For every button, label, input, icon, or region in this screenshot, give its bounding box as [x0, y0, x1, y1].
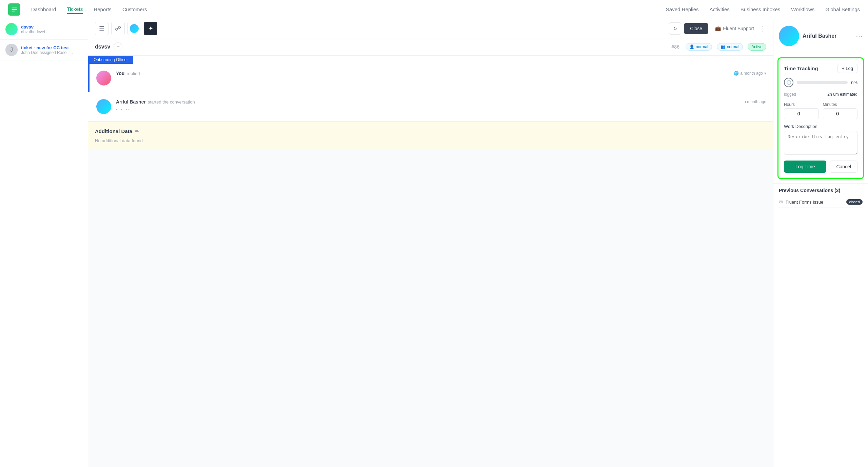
thread-section: Onboarding Officer You replied 🌐 a mo: [88, 56, 773, 121]
prev-conv-item[interactable]: ✉ Fluent Forms Issue closed: [779, 197, 863, 208]
chat-view-btn[interactable]: ☰: [95, 22, 108, 35]
sidebar-item-sub: dbvafbddcvef: [21, 30, 82, 34]
conv-content-ariful: Ariful Basher started the conversation a…: [116, 99, 766, 114]
avatar-you: [96, 71, 111, 86]
main-layout: dsvsv dbvafbddcvef J ticket - new for CC…: [0, 19, 868, 467]
sidebar-item-info-2: ticket - new for CC test John Doe assign…: [21, 45, 82, 55]
nav-tickets[interactable]: Tickets: [67, 5, 83, 14]
minutes-label: Minutes: [823, 102, 858, 107]
sidebar-item-info: dsvsv dbvafbddcvef: [21, 24, 82, 34]
sidebar-item-name-2: ticket - new for CC test: [21, 45, 82, 50]
profile-btn[interactable]: [127, 22, 141, 35]
mail-icon: ✉: [779, 199, 783, 205]
refresh-btn[interactable]: ↻: [669, 22, 681, 35]
nav-links: Dashboard Tickets Reports Customers: [31, 5, 655, 14]
prev-conv-badge: closed: [846, 199, 863, 205]
additional-empty-msg: No additional data found: [95, 138, 766, 143]
sidebar-avatar-ticket: J: [5, 44, 18, 56]
nav-reports[interactable]: Reports: [94, 5, 112, 14]
right-sidebar: Ariful Basher ⋯ Time Tracking + Log 🕐 0%…: [773, 19, 868, 467]
sidebar-item-sub-2: John Doe assigned Rasel i...: [21, 50, 82, 55]
log-time-btn[interactable]: Log Time: [784, 161, 826, 173]
minutes-group: Minutes: [823, 102, 858, 119]
work-desc-textarea[interactable]: [784, 131, 857, 155]
note-view-btn[interactable]: ☍: [111, 22, 125, 35]
sidebar-avatar-dsvsv: [5, 23, 18, 35]
hours-minutes-row: Hours Minutes: [784, 102, 857, 119]
conv-header-ariful: Ariful Basher started the conversation a…: [116, 99, 766, 105]
nav-activities[interactable]: Activities: [710, 6, 730, 12]
avatar-ariful: [96, 99, 111, 114]
left-sidebar: dsvsv dbvafbddcvef J ticket - new for CC…: [0, 19, 88, 467]
conv-author-you: You: [116, 71, 124, 76]
clock-icon: 🕐: [784, 78, 793, 87]
progress-row: 🕐 0%: [784, 78, 857, 87]
briefcase-icon: 💼: [715, 26, 721, 31]
nav-right: Saved Replies Activities Business Inboxe…: [666, 6, 860, 12]
ticket-title: dsvsv: [95, 44, 110, 50]
estimated-label: 2h 0m estimated: [827, 92, 857, 97]
sidebar-item-ticket[interactable]: J ticket - new for CC test John Doe assi…: [0, 40, 88, 60]
prev-conv-name: Fluent Forms Issue: [786, 200, 844, 205]
nav-business-inboxes[interactable]: Business Inboxes: [741, 6, 781, 12]
conv-action-you: replied: [126, 71, 140, 76]
conv-header-you: You replied 🌐 a month ago ▾: [116, 71, 766, 76]
progress-percent: 0%: [851, 80, 857, 85]
sidebar-item-name: dsvsv: [21, 24, 82, 30]
ticket-header: dsvsv + #86 👤 normal 👥 normal Active: [88, 38, 773, 56]
time-tracking-box: Time Tracking + Log 🕐 0% logged 2h 0m es…: [777, 57, 864, 179]
star-btn[interactable]: ✦: [144, 22, 157, 35]
nav-dashboard[interactable]: Dashboard: [31, 5, 56, 14]
additional-data-title: Additional Data ✏: [95, 128, 766, 134]
profile-avatar: [779, 26, 799, 46]
person-icon-1: 👤: [689, 44, 694, 49]
conv-body-ariful: · · · · · ·: [116, 107, 766, 112]
collapse-icon[interactable]: ▾: [764, 71, 766, 76]
profile-section: Ariful Basher ⋯: [773, 19, 868, 53]
ticket-body: Onboarding Officer You replied 🌐 a mo: [88, 56, 773, 467]
close-ticket-btn[interactable]: Close: [684, 23, 708, 34]
nav-workflows[interactable]: Workflows: [791, 6, 814, 12]
log-time-actions: Log Time Cancel: [784, 161, 857, 173]
hours-label: Hours: [784, 102, 819, 107]
sidebar-item-dsvsv[interactable]: dsvsv dbvafbddcvef: [0, 19, 88, 40]
time-tracking-header: Time Tracking + Log: [784, 64, 857, 73]
nav-saved-replies[interactable]: Saved Replies: [666, 6, 699, 12]
badge-normal-2: 👥 normal: [717, 43, 743, 51]
profile-name: Ariful Basher: [803, 33, 852, 39]
profile-more-icon[interactable]: ⋯: [856, 32, 863, 40]
ticket-toolbar: ☰ ☍ ✦ ↻ Close 💼 Fluent Support ⋮: [88, 19, 773, 38]
ticket-number: #86: [672, 44, 679, 50]
progress-bar-wrap: [797, 81, 848, 84]
nav-customers[interactable]: Customers: [122, 5, 147, 14]
person-icon-2: 👥: [721, 44, 726, 49]
nav-global-settings[interactable]: Global Settings: [825, 6, 860, 12]
globe-icon: 🌐: [734, 71, 739, 76]
toolbar-more-icon[interactable]: ⋮: [760, 24, 766, 33]
badge-active: Active: [748, 43, 766, 51]
conv-time-you: 🌐 a month ago ▾: [734, 71, 766, 76]
conv-action-ariful: started the conversation: [148, 99, 195, 105]
time-tracking-title: Time Tracking: [784, 66, 818, 71]
logged-label: logged: [784, 92, 796, 97]
conv-time-ariful: a month ago: [744, 99, 766, 104]
minutes-input[interactable]: [823, 108, 858, 119]
add-log-btn[interactable]: + Log: [837, 64, 857, 73]
top-navigation: Dashboard Tickets Reports Customers Save…: [0, 0, 868, 19]
prev-conv-title: Previous Conversations (3): [779, 188, 863, 193]
badge-normal-1: 👤 normal: [686, 43, 712, 51]
hours-input[interactable]: [784, 108, 819, 119]
cancel-log-btn[interactable]: Cancel: [830, 161, 857, 173]
prev-conversations-section: Previous Conversations (3) ✉ Fluent Form…: [773, 183, 868, 212]
ticket-add-btn[interactable]: +: [114, 42, 122, 51]
inbox-label: Fluent Support: [723, 26, 754, 31]
officer-banner: Onboarding Officer: [88, 56, 133, 64]
main-content: ☰ ☍ ✦ ↻ Close 💼 Fluent Support ⋮ dsvsv +…: [88, 19, 773, 467]
logged-row: logged 2h 0m estimated: [784, 92, 857, 97]
additional-data-section: Additional Data ✏ No additional data fou…: [88, 121, 773, 150]
conversation-entry-ariful: Ariful Basher started the conversation a…: [88, 92, 773, 121]
logo: [8, 3, 20, 16]
conv-author-ariful: Ariful Basher: [116, 99, 146, 105]
conversation-entry-you: You replied 🌐 a month ago ▾: [88, 64, 773, 92]
edit-icon[interactable]: ✏: [135, 129, 139, 134]
